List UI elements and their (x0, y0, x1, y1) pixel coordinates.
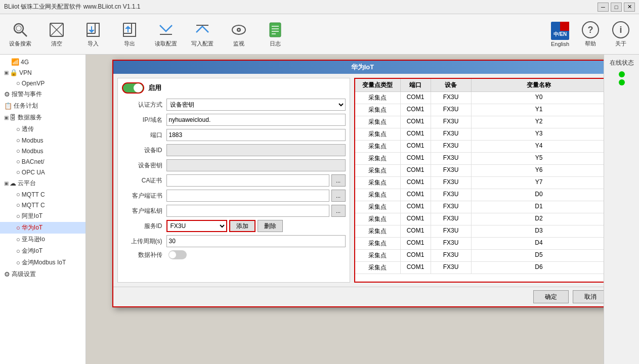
table-row[interactable]: 采集点 COM1 FX3U D3 (355, 225, 607, 238)
icon-opcua: ○ (16, 168, 20, 176)
device-search-button[interactable]: 设备搜索 (4, 17, 36, 52)
add-button[interactable]: 添加 (229, 220, 255, 232)
log-button[interactable]: 日志 (259, 17, 291, 52)
sidebar-item-huawei[interactable]: ○ 华为IoT (0, 222, 86, 234)
read-config-button[interactable]: 读取配置 (150, 17, 182, 52)
table-row[interactable]: 采集点 COM1 FX3U D5 (355, 250, 607, 262)
table-row[interactable]: 采集点 COM1 FX3U Y6 (355, 165, 607, 177)
sidebar-item-amazon[interactable]: ○ 亚马逊Io (0, 234, 86, 245)
sidebar-label-advanced: 高级设置 (12, 270, 36, 279)
td-type: 采集点 (355, 92, 401, 104)
svg-rect-21 (560, 22, 569, 31)
import-button[interactable]: 导入 (77, 17, 109, 52)
minimize-button[interactable]: ─ (598, 3, 609, 12)
device-key-input[interactable] (166, 159, 346, 171)
table-row[interactable]: 采集点 COM1 FX3U D2 (355, 213, 607, 225)
online-dot-2 (619, 79, 625, 85)
table-row[interactable]: 采集点 COM1 FX3U Y5 (355, 153, 607, 165)
toolbar-right: 中/EN English ? 帮助 i 关于 (546, 17, 635, 52)
table-row[interactable]: 采集点 COM1 FX3U Y1 (355, 104, 607, 116)
port-input[interactable] (166, 129, 346, 141)
sidebar-item-advanced[interactable]: ⚙ 高级设置 (0, 268, 86, 280)
ok-button[interactable]: 确定 (533, 290, 569, 303)
td-port: COM1 (401, 201, 431, 213)
service-id-select[interactable]: FX3U (166, 220, 227, 232)
sidebar-item-vpn[interactable]: ▣ 🔒 VPN (0, 67, 86, 78)
sidebar-item-4g[interactable]: 📶 4G (0, 57, 86, 67)
help-button[interactable]: ? 帮助 (576, 17, 605, 52)
sidebar-item-mqtt2[interactable]: ○ MQTT C (0, 200, 86, 210)
about-icon: i (612, 21, 630, 39)
sidebar-item-modbus1[interactable]: ○ Modbus (0, 135, 86, 146)
svg-point-14 (238, 29, 240, 31)
td-device: FX3U (431, 177, 472, 189)
td-port: COM1 (401, 225, 431, 237)
monitor-button[interactable]: 监视 (223, 17, 255, 52)
td-device: FX3U (431, 250, 472, 261)
client-cert-input[interactable] (166, 190, 329, 202)
about-button[interactable]: i 关于 (607, 17, 635, 52)
sidebar-item-cloud[interactable]: ▣ ☁ 云平台 (0, 177, 86, 189)
sidebar-item-jinhong[interactable]: ○ 金鸿IoT (0, 245, 86, 257)
table-row[interactable]: 采集点 COM1 FX3U Y0 (355, 92, 607, 104)
table-row[interactable]: 采集点 COM1 FX3U Y4 (355, 141, 607, 153)
supplement-toggle[interactable] (168, 250, 187, 259)
sidebar-item-bacnet[interactable]: ○ BACnet/ (0, 156, 86, 167)
write-config-button[interactable]: 写入配置 (186, 17, 219, 52)
device-search-label: 设备搜索 (9, 40, 31, 48)
client-key-input[interactable] (166, 205, 329, 217)
td-type: 采集点 (355, 213, 401, 225)
icon-jinhong: ○ (16, 247, 20, 255)
sidebar-item-task[interactable]: 📋 任务计划 (0, 100, 86, 112)
maximize-button[interactable]: □ (611, 3, 622, 12)
clear-button[interactable]: 清空 (40, 17, 73, 52)
sidebar-item-transparent[interactable]: ○ 透传 (0, 123, 86, 135)
td-port: COM1 (401, 141, 431, 152)
device-id-input[interactable] (166, 144, 346, 156)
export-button[interactable]: 导出 (113, 17, 146, 52)
enable-toggle[interactable] (122, 82, 144, 94)
sidebar-label-cloud: 云平台 (18, 179, 36, 188)
auth-select[interactable]: 设备密钥 (166, 99, 346, 111)
export-icon (120, 21, 139, 39)
sidebar-label-4g: 4G (21, 59, 29, 66)
client-cert-label: 客户端证书 (122, 192, 162, 200)
cancel-button[interactable]: 取消 (573, 290, 608, 303)
language-button[interactable]: 中/EN English (546, 17, 574, 52)
ca-input[interactable] (166, 174, 329, 187)
sidebar-label-aliyun: 阿里IoT (22, 212, 42, 220)
table-row[interactable]: 采集点 COM1 FX3U Y7 (355, 177, 607, 189)
data-supplement-row: 数据补传 (122, 250, 346, 259)
sidebar-item-mqtt1[interactable]: ○ MQTT C (0, 189, 86, 200)
table-row[interactable]: 采集点 COM1 FX3U D4 (355, 238, 607, 250)
modal-overlay: 华为IoT 启用 认证方式 (86, 55, 639, 364)
delete-button[interactable]: 删除 (258, 220, 283, 232)
client-cert-browse-button[interactable]: ... (331, 190, 346, 202)
expand-icon-cloud: ▣ (4, 180, 9, 186)
table-row[interactable]: 采集点 COM1 FX3U D6 (355, 262, 607, 274)
online-status-panel: 在线状态 (604, 55, 639, 364)
td-device: FX3U (431, 225, 472, 237)
sidebar-item-openvpn[interactable]: ○ OpenVP (0, 78, 86, 88)
td-device: FX3U (431, 92, 472, 104)
td-device: FX3U (431, 104, 472, 116)
table-row[interactable]: 采集点 COM1 FX3U Y3 (355, 128, 607, 141)
table-body: 采集点 COM1 FX3U Y0 采集点 COM1 FX3U Y1 采集点 CO… (355, 92, 607, 282)
close-button[interactable]: ✕ (624, 3, 635, 12)
client-key-browse-button[interactable]: ... (331, 205, 346, 217)
ip-input[interactable] (166, 114, 346, 126)
table-row[interactable]: 采集点 COM1 FX3U D1 (355, 201, 607, 213)
ca-browse-button[interactable]: ... (331, 174, 346, 187)
upload-input[interactable] (166, 235, 346, 247)
expand-icon-vpn: ▣ (4, 70, 9, 75)
table-row[interactable]: 采集点 COM1 FX3U D0 (355, 189, 607, 201)
table-row[interactable]: 采集点 COM1 FX3U Y2 (355, 116, 607, 128)
sidebar-item-modbus2[interactable]: ○ Modbus (0, 146, 86, 156)
sidebar-item-dataservice[interactable]: ▣ 🗄 数据服务 (0, 112, 86, 123)
td-type: 采集点 (355, 201, 401, 213)
sidebar-item-opcua[interactable]: ○ OPC UA (0, 167, 86, 177)
sidebar-item-alert[interactable]: ⚙ 报警与事件 (0, 88, 86, 100)
sidebar-item-aliyun[interactable]: ○ 阿里IoT (0, 210, 86, 222)
icon-transparent: ○ (16, 125, 20, 133)
sidebar-item-jinhong-modbus[interactable]: ○ 金鸿Modbus IoT (0, 257, 86, 268)
